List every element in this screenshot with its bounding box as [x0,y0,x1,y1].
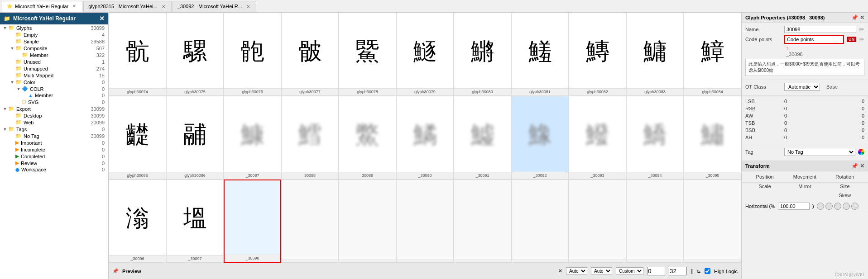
glyph-cell-30074[interactable]: 骯 glyph30074 [109,13,166,96]
glyph-cell-30089[interactable]: 鱉 30089 [339,96,396,179]
glyph-cell-30078[interactable]: 鱀 glyph30078 [339,13,396,96]
glyph-cell-blank7[interactable] [626,180,684,263]
preview-input-1[interactable] [647,267,665,275]
glyph-cell-30090[interactable]: 鱊 _30090 [396,96,454,179]
tab-2-close[interactable]: ✕ [160,4,167,9]
tab-1-close[interactable]: ✕ [71,3,77,9]
panel-close-btn[interactable]: ✕ [860,14,864,21]
glyph-grid[interactable]: 骯 glyph30074 騾 glyph30075 骲 glyph30076 骳… [109,13,741,263]
toggle-glyphs[interactable]: ▼ [2,26,8,30]
color-circle[interactable] [858,149,864,155]
glyph-cell-30084[interactable]: 鱆 glyph30084 [684,13,741,96]
tree-item-colr-member[interactable]: ▲ Member 0 [0,92,108,99]
glyph-cell-30087[interactable]: 鱇 _30087 [224,96,281,179]
otclass-select[interactable]: Automatic [784,83,820,91]
circle-btn-4[interactable] [843,203,850,210]
tree-item-multimapped[interactable]: 📁 Multi Mapped 15 [0,72,108,79]
skew-btn[interactable]: Skew [825,192,864,199]
glyph-cell-30085[interactable]: 齼 glyph30085 [109,96,166,179]
tree-item-web[interactable]: 📁 Web 30099 [0,119,108,126]
position-btn[interactable]: Position [745,173,784,180]
glyph-cell-30082[interactable]: 鱄 glyph30082 [569,13,626,96]
glyph-cell-30086[interactable]: 鬴 glyph30086 [166,96,224,179]
tree-item-composite[interactable]: ▼ 📁 Composite 507 [0,45,108,52]
tree-item-incomplete[interactable]: ▶ Incomplete 0 [0,146,108,153]
preview-select-2[interactable]: Auto [591,267,612,275]
horizontal-input[interactable] [778,203,810,210]
circle-btn-1[interactable] [817,203,824,210]
glyph-cell-blank3[interactable] [396,180,454,263]
toggle-color[interactable]: ▼ [9,80,15,85]
tree-item-notag[interactable]: 📁 No Tag 30099 [0,132,108,139]
tree-item-colr[interactable]: ▼ 🔷 COLR 0 [0,85,108,92]
preview-select-3[interactable]: Custom [616,267,643,275]
glyph-cell-30092[interactable]: 鱌 _30092 [511,96,569,179]
tree-item-export[interactable]: ▼ 📁 Export 30099 [0,105,108,112]
edit-icon[interactable]: ✏ [859,26,864,33]
tag-select[interactable]: No Tag [784,148,855,156]
glyph-cell-30075[interactable]: 騾 glyph30075 [166,13,224,96]
glyph-cell-30083[interactable]: 鱅 glyph30083 [626,13,684,96]
tree-item-important[interactable]: ▶ Important 0 [0,139,108,146]
unicode-button[interactable]: UN [847,37,856,42]
tab-2[interactable]: glyph28315 - Microsoft YaHei... ✕ [83,1,171,12]
tab-1[interactable]: ⭐ Microsoft YaHei Regular ✕ [2,1,82,12]
tab-3-close[interactable]: ✕ [245,4,251,9]
size-btn[interactable]: Size [825,183,864,190]
glyph-cell-30076[interactable]: 骲 glyph30076 [224,13,281,96]
glyph-cell-blank2[interactable] [339,180,396,263]
rotation-btn[interactable]: Rotation [825,173,864,180]
circle-btn-2[interactable] [825,203,833,210]
toggle-composite[interactable]: ▼ [9,46,15,51]
glyph-cell-30091[interactable]: 鱋 _30091 [454,96,511,179]
glyph-cell-blank4[interactable] [454,180,511,263]
tree-item-unmapped[interactable]: 📁 Unmapped 274 [0,65,108,72]
glyph-cell-30080[interactable]: 鱂 glyph30080 [454,13,511,96]
glyph-cell-30093[interactable]: 鱍 _30093 [569,96,626,179]
glyph-cell-blank6[interactable] [569,180,626,263]
glyph-cell-30077[interactable]: 骳 glyph30077 [281,13,339,96]
tab-3[interactable]: _30092 - Microsoft YaHei R... ✕ [173,1,256,12]
glyph-cell-30094[interactable]: 鱎 _30094 [626,96,684,179]
transform-pin-btn[interactable]: 📌 [851,163,858,169]
glyph-cell-30096[interactable]: 滃 _30096 [109,180,166,263]
glyph-cell-30081[interactable]: 鱃 glyph30081 [511,13,569,96]
tree-item-simple[interactable]: 📁 Simple 29588 [0,38,108,45]
left-panel-close[interactable]: ✕ [99,15,105,22]
tree-item-review[interactable]: ▶ Review 0 [0,160,108,166]
tree-container[interactable]: ▼ 📁 Glyphs 30099 📁 Empty 4 📁 Simple 2958… [0,24,108,279]
toggle-tags[interactable]: ▼ [2,127,8,132]
tree-item-empty[interactable]: 📁 Empty 4 [0,31,108,38]
preview-close-btn[interactable]: ✕ [558,268,562,274]
tree-item-color[interactable]: ▼ 📁 Color 0 [0,79,108,85]
glyph-cell-blank8[interactable] [684,180,741,263]
circle-btn-5[interactable] [851,203,858,210]
codepoints-edit-icon[interactable]: ✏ [859,36,864,43]
glyph-cell-blank1[interactable] [281,180,339,263]
circle-btn-3[interactable] [834,203,841,210]
tree-item-member[interactable]: 📁 Member 322 [0,52,108,58]
glyph-cell-30095[interactable]: 鱐 _30095 [684,96,741,179]
glyph-cell-30097[interactable]: 塭 _30097 [166,180,224,263]
toggle-colr[interactable]: ▼ [15,87,22,91]
tree-item-svg[interactable]: ⬡ SVG 0 [0,99,108,105]
tree-item-desktop[interactable]: 📁 Desktop 30099 [0,112,108,119]
mirror-btn[interactable]: Mirror [785,183,824,190]
tree-item-unused[interactable]: 📁 Unused 1 [0,58,108,65]
codepoints-box[interactable]: Code-points [784,35,844,44]
tree-item-workspace[interactable]: ⬤ Workspace 0 [0,166,108,173]
scale-btn[interactable]: Scale [745,183,784,190]
glyph-cell-blank5[interactable] [511,180,569,263]
preview-pin[interactable]: 📌 [112,268,119,274]
tree-item-completed[interactable]: ▶ Completed 0 [0,153,108,160]
preview-select-1[interactable]: Auto [566,267,587,275]
glyph-cell-30088[interactable]: 鱈 30088 [281,96,339,179]
tree-item-glyphs[interactable]: ▼ 📁 Glyphs 30099 [0,24,108,31]
panel-pin-btn[interactable]: 📌 [851,14,858,21]
glyph-cell-30098[interactable]: _30098 [224,180,281,263]
preview-input-2[interactable] [669,267,687,275]
toggle-export[interactable]: ▼ [2,107,8,111]
glyph-cell-30079[interactable]: 鱁 glyph30079 [396,13,454,96]
transform-close-btn[interactable]: ✕ [860,163,864,169]
preview-checkbox[interactable] [705,268,710,274]
